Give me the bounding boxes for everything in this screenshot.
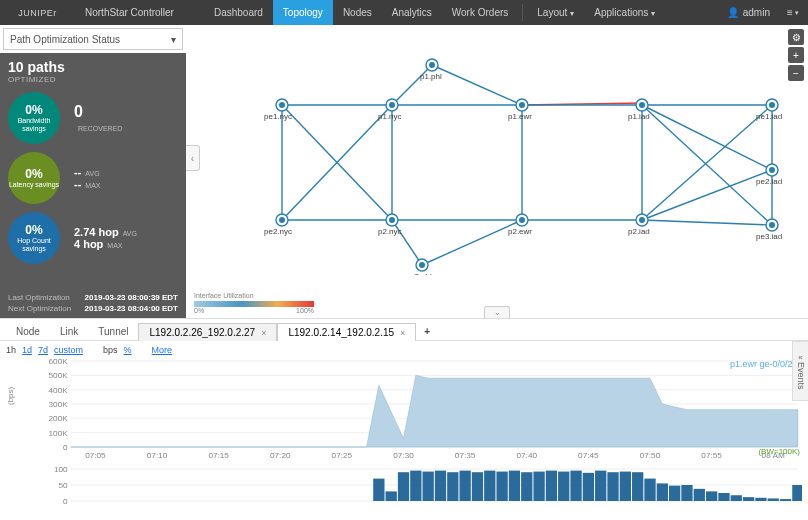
svg-rect-99	[410, 471, 421, 501]
range-custom[interactable]: custom	[54, 345, 83, 355]
svg-text:p2.nyc: p2.nyc	[378, 227, 402, 236]
chart-subtitle: p1.ewr ge-0/0/2.0	[730, 359, 800, 369]
svg-rect-122	[694, 489, 705, 501]
chart-more[interactable]: More	[152, 345, 173, 355]
svg-rect-104	[472, 472, 483, 501]
tab-tunnel[interactable]: Tunnel	[88, 323, 138, 340]
zoom-in-button[interactable]: +	[788, 47, 804, 63]
tab-file-1[interactable]: L192.0.2.14_192.0.2.15 ×	[277, 323, 416, 341]
svg-rect-129	[780, 499, 791, 501]
events-drawer-handle[interactable]: « Events	[792, 341, 808, 401]
status-select-label: Path Optimization Status	[10, 34, 120, 45]
tab-strip: Node Link Tunnel L192.0.2.26_192.0.2.27 …	[0, 319, 808, 341]
tab-link[interactable]: Link	[50, 323, 88, 340]
topology-svg: pe1.nyc pe2.nyc p1.nyc p2.nyc p1.phl p2.…	[186, 25, 808, 275]
status-select[interactable]: Path Optimization Status ▾	[3, 28, 183, 50]
svg-text:07:55: 07:55	[701, 451, 722, 459]
svg-point-41	[419, 262, 425, 268]
hop-avg: 2.74 hopAVG	[74, 226, 137, 238]
svg-point-35	[389, 217, 395, 223]
svg-rect-105	[484, 471, 495, 501]
utilization-legend: Interface Utilization 0%100%	[194, 292, 314, 314]
svg-text:p1.ewr: p1.ewr	[508, 112, 532, 121]
node-p2-nyc[interactable]: p2.nyc	[378, 214, 402, 236]
user-name: admin	[743, 7, 770, 18]
svg-text:p1.nyc: p1.nyc	[378, 112, 402, 121]
user-menu[interactable]: 👤 admin	[721, 7, 780, 18]
chart-toolbar: 1h 1d 7d custom bps % More	[0, 341, 808, 359]
traffic-chart[interactable]: 0100K200K300K400K500K600K07:0507:1007:15…	[42, 359, 802, 459]
tab-file-0[interactable]: L192.0.2.26_192.0.2.27 ×	[138, 323, 277, 341]
bandwidth-savings-pill: 0% Bandwidth savings	[8, 92, 60, 144]
nav-analytics[interactable]: Analytics	[382, 0, 442, 25]
svg-point-44	[519, 102, 525, 108]
svg-text:0: 0	[63, 443, 68, 452]
svg-text:07:10: 07:10	[147, 451, 168, 459]
svg-rect-114	[595, 471, 606, 501]
paths-count: 10 paths	[8, 59, 178, 75]
close-icon[interactable]: ×	[400, 328, 405, 338]
hamburger-menu[interactable]: ≡▾	[784, 4, 802, 22]
svg-line-6	[392, 65, 432, 105]
nav-topology[interactable]: Topology	[273, 0, 333, 25]
svg-rect-108	[521, 472, 532, 501]
nav-nodes[interactable]: Nodes	[333, 0, 382, 25]
svg-text:pe3.iad: pe3.iad	[756, 232, 782, 241]
tab-add-button[interactable]: +	[416, 323, 438, 340]
svg-text:07:20: 07:20	[270, 451, 291, 459]
node-pe1-iad[interactable]: pe1.iad	[756, 99, 782, 121]
svg-text:p1.phl: p1.phl	[420, 72, 442, 81]
range-1d[interactable]: 1d	[22, 345, 32, 355]
nav-applications[interactable]: Applications	[584, 0, 665, 25]
nav-layout[interactable]: Layout	[527, 0, 584, 25]
close-icon[interactable]: ×	[261, 328, 266, 338]
svg-rect-121	[681, 485, 692, 501]
svg-text:07:15: 07:15	[208, 451, 229, 459]
svg-rect-126	[743, 497, 754, 501]
expand-bottom-handle[interactable]: ⌄	[484, 306, 510, 318]
zoom-out-button[interactable]: −	[788, 65, 804, 81]
range-7d[interactable]: 7d	[38, 345, 48, 355]
svg-point-26	[279, 102, 285, 108]
svg-rect-96	[373, 479, 384, 501]
topo-settings-button[interactable]: ⚙	[788, 29, 804, 45]
chart-bw-note: (BW=100K)	[758, 447, 800, 456]
node-p1-ewr[interactable]: p1.ewr	[508, 99, 532, 121]
topology-canvas[interactable]: ‹	[186, 25, 808, 318]
svg-rect-112	[570, 471, 581, 501]
topology-controls: ⚙ + −	[788, 29, 804, 81]
svg-text:07:35: 07:35	[455, 451, 476, 459]
node-pe1-nyc[interactable]: pe1.nyc	[264, 99, 292, 121]
node-p1-nyc[interactable]: p1.nyc	[378, 99, 402, 121]
svg-rect-120	[669, 486, 680, 501]
nav-work-orders[interactable]: Work Orders	[442, 0, 519, 25]
svg-rect-101	[435, 471, 446, 501]
svg-text:0: 0	[63, 497, 68, 506]
node-pe3-iad[interactable]: pe3.iad	[756, 219, 782, 241]
unit-bps[interactable]: bps	[103, 345, 118, 355]
svg-point-50	[639, 102, 645, 108]
status-panel: Path Optimization Status ▾ 10 paths OPTI…	[0, 25, 186, 318]
svg-text:07:45: 07:45	[578, 451, 599, 459]
node-p1-phl[interactable]: p1.phl	[420, 59, 442, 81]
svg-point-29	[279, 217, 285, 223]
tab-node[interactable]: Node	[6, 323, 50, 340]
svg-line-11	[422, 220, 522, 265]
svg-rect-116	[620, 472, 631, 501]
svg-rect-130	[792, 485, 802, 501]
svg-text:pe1.iad: pe1.iad	[756, 112, 782, 121]
svg-text:07:05: 07:05	[85, 451, 106, 459]
node-pe2-nyc[interactable]: pe2.nyc	[264, 214, 292, 236]
nav-dashboard[interactable]: Dashboard	[204, 0, 273, 25]
node-p2-iad[interactable]: p2.iad	[628, 214, 650, 236]
svg-text:100: 100	[54, 467, 68, 474]
svg-text:07:30: 07:30	[393, 451, 414, 459]
svg-text:400K: 400K	[49, 386, 69, 395]
unit-pct[interactable]: %	[124, 345, 132, 355]
collapse-sidebar-handle[interactable]: ‹	[186, 145, 200, 171]
range-1h[interactable]: 1h	[6, 345, 16, 355]
mini-chart[interactable]: 050100	[42, 467, 802, 509]
svg-text:p1.iad: p1.iad	[628, 112, 650, 121]
latency-max: --MAX	[74, 178, 101, 190]
hop-count-savings-pill: 0% Hop Count savings	[8, 212, 60, 264]
